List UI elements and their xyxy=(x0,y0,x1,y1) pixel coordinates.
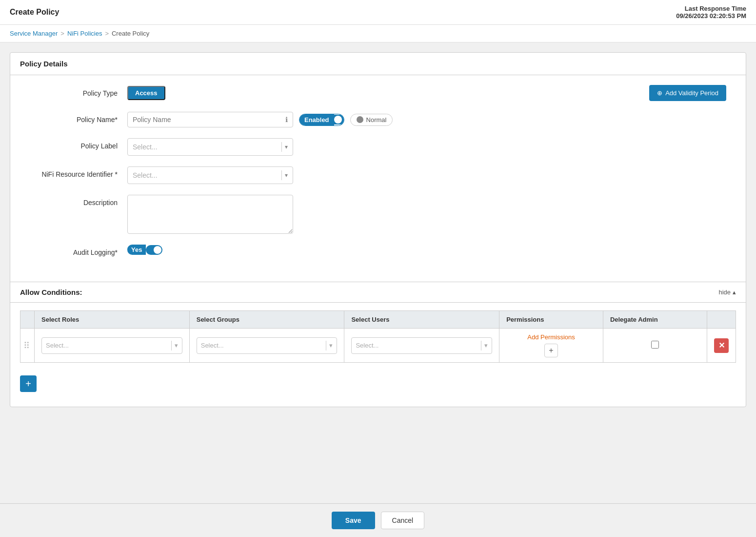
policy-name-label: Policy Name* xyxy=(30,112,127,124)
col-header-groups: Select Groups xyxy=(189,311,344,329)
add-permissions-plus-button[interactable]: + xyxy=(544,344,558,357)
conditions-table-body: ⠿ Select... ▾ xyxy=(20,329,736,363)
policy-details-header: Policy Details xyxy=(10,53,746,75)
select-divider-2 xyxy=(281,170,282,180)
add-validity-period-button[interactable]: ⊕ Add Validity Period xyxy=(649,85,726,101)
roles-placeholder: Select... xyxy=(46,342,69,349)
select-divider xyxy=(281,142,282,152)
users-placeholder: Select... xyxy=(356,342,378,349)
description-textarea[interactable] xyxy=(127,195,293,234)
policy-type-row: Policy Type Access ⊕ Add Validity Period xyxy=(30,85,726,101)
nifi-resource-label: NiFi Resource Identifier * xyxy=(30,166,127,178)
policy-name-row: Policy Name* ℹ Enabled xyxy=(30,112,726,127)
table-header-row: Select Roles Select Groups Select Users … xyxy=(20,311,736,329)
permissions-cell: Add Permissions + xyxy=(499,329,603,363)
hide-link[interactable]: hide ▴ xyxy=(718,289,736,296)
normal-dot-icon xyxy=(357,116,363,123)
info-icon: ℹ xyxy=(285,116,288,124)
main-content: Policy Details Policy Type Access ⊕ Add … xyxy=(0,42,756,503)
normal-label: Normal xyxy=(366,116,387,124)
description-control xyxy=(127,195,726,234)
col-header-actions xyxy=(707,311,736,329)
policy-type-label: Policy Type xyxy=(30,89,127,97)
chevron-down-icon-groups: ▾ xyxy=(329,342,333,349)
policy-label-control: Select... ▾ xyxy=(127,138,726,156)
policy-name-input[interactable] xyxy=(133,116,285,124)
roles-cell: Select... ▾ xyxy=(35,329,190,363)
policy-type-access-badge[interactable]: Access xyxy=(127,86,165,100)
response-time-value: 09/26/2023 02:20:53 PM xyxy=(676,12,746,20)
nifi-resource-row: NiFi Resource Identifier * Select... ▾ xyxy=(30,166,726,184)
add-row-button[interactable]: + xyxy=(20,375,37,392)
audit-yes-label: Yes xyxy=(127,245,146,255)
audit-logging-toggle[interactable]: Yes xyxy=(127,245,162,255)
users-select[interactable]: Select... ▾ xyxy=(351,337,492,354)
allow-conditions-title: Allow Conditions: xyxy=(20,288,82,296)
policy-name-input-wrapper: ℹ xyxy=(127,112,293,127)
description-label: Description xyxy=(30,195,127,207)
drag-col-header xyxy=(20,311,35,329)
breadcrumb-sep-1: > xyxy=(60,30,64,37)
enabled-label: Enabled xyxy=(299,114,334,125)
delegate-admin-checkbox[interactable] xyxy=(651,341,659,349)
groups-placeholder: Select... xyxy=(201,342,224,349)
enabled-toggle[interactable]: Enabled xyxy=(299,114,344,126)
permissions-add-wrapper: Add Permissions + xyxy=(506,333,596,357)
col-header-users: Select Users xyxy=(344,311,499,329)
policy-name-control: ℹ Enabled Normal xyxy=(127,112,726,127)
nifi-resource-select[interactable]: Select... ▾ xyxy=(127,166,293,184)
response-time: Last Response Time 09/26/2023 02:20:53 P… xyxy=(676,5,746,20)
breadcrumb-nifi-policies[interactable]: NiFi Policies xyxy=(67,30,102,37)
drag-handle[interactable]: ⠿ xyxy=(20,329,35,363)
add-permissions-link[interactable]: Add Permissions xyxy=(527,333,575,341)
breadcrumb-service-manager[interactable]: Service Manager xyxy=(10,30,58,37)
delete-row-button[interactable]: ✕ xyxy=(714,338,729,353)
audit-logging-label: Audit Logging* xyxy=(30,245,127,256)
audit-logging-row: Audit Logging* Yes xyxy=(30,245,726,256)
policy-label-placeholder: Select... xyxy=(133,143,158,151)
col-header-delegate: Delegate Admin xyxy=(603,311,707,329)
chevron-down-icon-roles: ▾ xyxy=(175,342,178,349)
save-button[interactable]: Save xyxy=(332,512,375,529)
roles-select[interactable]: Select... ▾ xyxy=(41,337,182,354)
col-header-roles: Select Roles xyxy=(35,311,190,329)
conditions-table-head: Select Roles Select Groups Select Users … xyxy=(20,311,736,329)
policy-details-form: Policy Type Access ⊕ Add Validity Period… xyxy=(10,75,746,277)
breadcrumb: Service Manager > NiFi Policies > Create… xyxy=(0,25,756,42)
clock-icon: ⊕ xyxy=(657,89,662,97)
conditions-table-wrapper: Select Roles Select Groups Select Users … xyxy=(10,303,746,371)
delete-cell: ✕ xyxy=(707,329,736,363)
groups-cell: Select... ▾ xyxy=(189,329,344,363)
policy-label-label: Policy Label xyxy=(30,138,127,150)
delegate-cell xyxy=(603,329,707,363)
chevron-down-icon: ▾ xyxy=(285,144,288,150)
chevron-down-icon-2: ▾ xyxy=(285,172,288,179)
policy-label-select[interactable]: Select... ▾ xyxy=(127,138,293,156)
users-cell: Select... ▾ xyxy=(344,329,499,363)
breadcrumb-sep-2: > xyxy=(105,30,109,37)
conditions-table: Select Roles Select Groups Select Users … xyxy=(20,310,736,363)
table-row: ⠿ Select... ▾ xyxy=(20,329,736,363)
audit-logging-control: Yes xyxy=(127,245,726,255)
policy-label-row: Policy Label Select... ▾ xyxy=(30,138,726,156)
response-time-label: Last Response Time xyxy=(685,5,746,12)
chevron-up-icon: ▴ xyxy=(733,289,736,296)
app-header: Create Policy Last Response Time 09/26/2… xyxy=(0,0,756,25)
chevron-down-icon-users: ▾ xyxy=(484,342,488,349)
breadcrumb-current: Create Policy xyxy=(112,30,149,37)
normal-badge[interactable]: Normal xyxy=(350,114,393,126)
cancel-button[interactable]: Cancel xyxy=(381,512,425,529)
policy-card: Policy Details Policy Type Access ⊕ Add … xyxy=(10,52,746,407)
allow-conditions-header: Allow Conditions: hide ▴ xyxy=(10,282,746,303)
footer: Save Cancel xyxy=(0,503,756,537)
page-title: Create Policy xyxy=(10,8,59,17)
col-header-permissions: Permissions xyxy=(499,311,603,329)
groups-select[interactable]: Select... ▾ xyxy=(197,337,338,354)
description-row: Description xyxy=(30,195,726,234)
nifi-resource-placeholder: Select... xyxy=(133,171,158,179)
nifi-resource-control: Select... ▾ xyxy=(127,166,726,184)
